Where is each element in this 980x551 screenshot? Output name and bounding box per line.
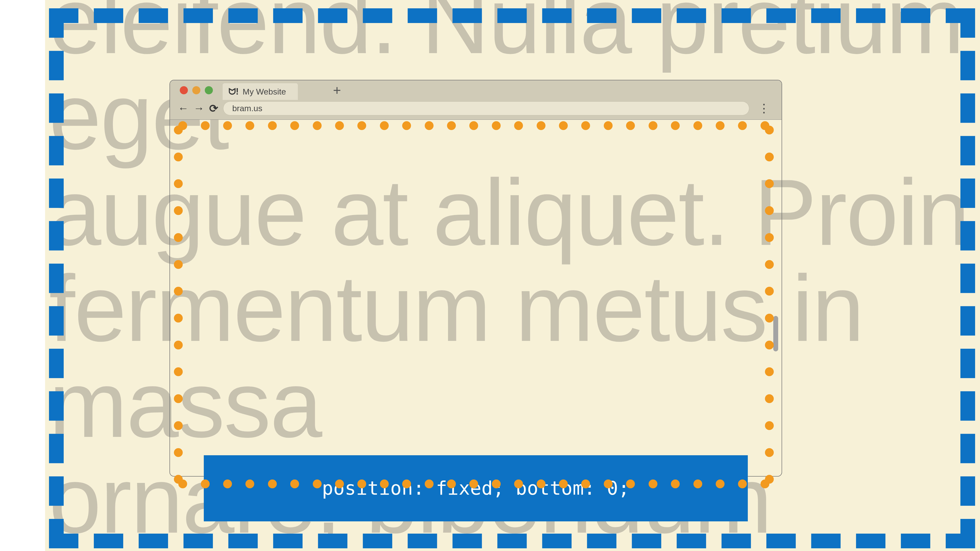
window-minimize-icon[interactable] <box>192 86 200 94</box>
window-traffic-lights <box>180 86 213 94</box>
fixed-position-element: position: fixed; bottom: 0; <box>204 455 748 521</box>
window-close-icon[interactable] <box>180 86 188 94</box>
tab-title: My Website <box>243 87 286 97</box>
nav-back-icon[interactable]: ← <box>178 102 189 114</box>
url-input[interactable]: bram.us <box>223 102 749 115</box>
new-tab-button[interactable]: + <box>333 82 341 98</box>
mock-browser-window: ᗢ! My Website + ← → ⟳ bram.us ⋮ <box>170 80 782 476</box>
fixed-position-code-label: position: fixed; bottom: 0; <box>322 477 630 499</box>
viewport-outline-dot <box>760 480 769 488</box>
nav-forward-icon[interactable]: → <box>194 102 204 114</box>
scrollbar-thumb[interactable] <box>773 316 778 351</box>
browser-viewport <box>170 120 781 476</box>
browser-menu-icon[interactable]: ⋮ <box>754 102 774 115</box>
nav-reload-icon[interactable]: ⟳ <box>209 102 218 114</box>
browser-tab-bar: ᗢ! My Website + <box>170 80 781 100</box>
window-zoom-icon[interactable] <box>205 86 213 94</box>
page-left-margin <box>0 0 45 551</box>
browser-tab[interactable]: ᗢ! My Website <box>223 83 298 100</box>
browser-chrome: ᗢ! My Website + ← → ⟳ bram.us ⋮ <box>170 80 781 120</box>
tab-favicon-icon: ᗢ! <box>229 86 239 97</box>
browser-address-bar: ← → ⟳ bram.us ⋮ <box>170 100 781 119</box>
viewport-outline-dot <box>178 480 187 488</box>
